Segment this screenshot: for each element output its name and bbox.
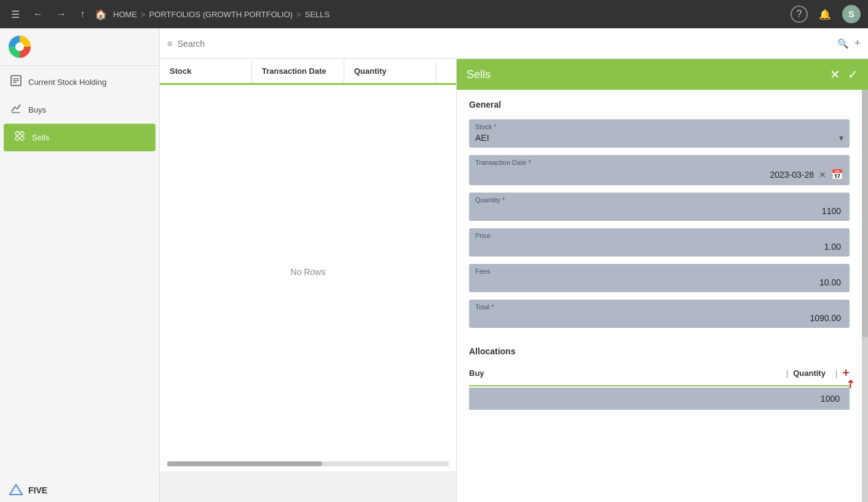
hamburger-icon: ☰ — [11, 9, 20, 20]
stock-label: Stock * — [475, 123, 843, 130]
back-icon: ← — [33, 9, 43, 20]
allocations-section: Allocations Buy | Quantity | + ↗ — [457, 340, 862, 416]
stock-value: AEI — [475, 133, 489, 143]
add-icon: + — [854, 37, 861, 49]
stock-field: Stock * AEI ▾ — [469, 119, 850, 148]
breadcrumb-sells[interactable]: SELLS — [305, 10, 329, 19]
back-button[interactable]: ← — [30, 6, 47, 22]
allocations-add-button[interactable]: + ↗ — [842, 366, 850, 380]
search-input[interactable] — [178, 39, 833, 49]
general-section: General Stock * AEI ▾ — [457, 90, 862, 340]
alloc-qty-divider: | — [835, 369, 837, 378]
alloc-col-divider: | — [786, 369, 788, 378]
horizontal-scrollbar[interactable] — [167, 461, 449, 466]
col-quantity: Quantity — [344, 59, 436, 83]
sells-panel-scrollbar[interactable] — [862, 90, 868, 502]
table-header: Stock Transaction Date Quantity — [160, 59, 456, 85]
sells-save-button[interactable]: ✓ — [848, 67, 858, 82]
col-extra — [436, 59, 456, 83]
allocations-header: Buy | Quantity | + ↗ — [469, 361, 850, 386]
sidebar-footer: FIVE — [0, 479, 159, 502]
stock-field-container[interactable]: Stock * AEI ▾ — [469, 119, 850, 148]
alloc-qty-col-header: Quantity — [793, 369, 831, 378]
quantity-value: 1100 — [475, 206, 843, 216]
search-button[interactable]: 🔍 — [837, 38, 849, 49]
sidebar-item-sells[interactable]: Sells — [4, 124, 156, 151]
alloc-row-quantity: 1000 — [821, 394, 845, 404]
sells-panel-inner: General Stock * AEI ▾ — [457, 90, 868, 502]
svg-point-7 — [15, 132, 19, 135]
breadcrumb-home[interactable]: HOME — [113, 10, 137, 19]
topbar: ☰ ← → ↑ 🏠 HOME > PORTFOLIOS (GROWTH PORT… — [0, 0, 868, 28]
svg-point-9 — [15, 137, 19, 140]
notifications-button[interactable]: 🔔 — [815, 6, 835, 23]
sidebar-item-current-stock[interactable]: Current Stock Holding — [0, 68, 159, 96]
app-logo — [7, 34, 32, 59]
total-field-container[interactable]: Total * 1090.00 — [469, 300, 850, 328]
up-button[interactable]: ↑ — [76, 6, 89, 22]
fees-field: Fees 10.00 — [469, 264, 850, 292]
sidebar-item-label-buys: Buys — [28, 105, 46, 114]
sidebar-item-buys[interactable]: Buys — [0, 96, 159, 124]
five-logo: FIVE — [7, 484, 152, 497]
total-label: Total * — [475, 303, 843, 311]
five-logo-icon — [7, 484, 25, 497]
main-layout: Current Stock Holding Buys Sells FIV — [0, 28, 868, 502]
no-rows-message: No Rows — [160, 85, 456, 459]
date-field-container[interactable]: Transaction Date * 2023-03-28 ✕ 📅 — [469, 155, 850, 185]
check-icon: ✓ — [848, 68, 858, 81]
total-value: 1090.00 — [475, 313, 843, 323]
sells-panel: Sells ✕ ✓ General — [456, 59, 868, 502]
sells-form-content: General Stock * AEI ▾ — [457, 90, 862, 502]
price-value: 1.00 — [475, 242, 843, 252]
help-button[interactable]: ? — [791, 6, 808, 23]
current-stock-icon — [10, 74, 22, 90]
transaction-date-label: Transaction Date * — [475, 159, 843, 166]
price-field: Price 1.00 — [469, 228, 850, 257]
col-transaction-date: Transaction Date — [252, 59, 344, 83]
quantity-label: Quantity * — [475, 196, 843, 204]
search-icon: 🔍 — [837, 38, 849, 49]
sidebar: Current Stock Holding Buys Sells FIV — [0, 28, 160, 502]
svg-point-8 — [20, 132, 24, 135]
date-clear-button[interactable]: ✕ — [819, 170, 826, 180]
quantity-field: Quantity * 1100 — [469, 193, 850, 221]
breadcrumb-portfolios[interactable]: PORTFOLIOS (GROWTH PORTFOLIO) — [149, 10, 293, 19]
sells-close-button[interactable]: ✕ — [830, 67, 840, 82]
sells-icon — [14, 130, 26, 145]
date-calendar-button[interactable]: 📅 — [831, 169, 843, 180]
allocations-title: Allocations — [469, 340, 850, 361]
general-section-title: General — [469, 100, 850, 110]
buys-icon — [10, 102, 22, 118]
topbar-right: ? 🔔 S — [791, 5, 861, 23]
forward-button[interactable]: → — [53, 6, 70, 22]
breadcrumb: 🏠 HOME > PORTFOLIOS (GROWTH PORTFOLIO) >… — [95, 9, 784, 20]
sells-panel-title: Sells — [467, 68, 491, 81]
dropdown-arrow-icon: ▾ — [839, 133, 843, 143]
up-icon: ↑ — [80, 9, 85, 20]
price-field-container[interactable]: Price 1.00 — [469, 228, 850, 257]
sidebar-nav: Current Stock Holding Buys Sells — [0, 66, 159, 479]
search-bar: ≡ 🔍 + — [160, 28, 868, 59]
scrollbar-thumb — [167, 461, 322, 466]
help-icon: ? — [797, 9, 802, 20]
menu-button[interactable]: ☰ — [7, 6, 23, 23]
sidebar-item-label-current-stock: Current Stock Holding — [28, 78, 106, 87]
avatar[interactable]: S — [842, 5, 861, 23]
five-logo-text: FIVE — [28, 485, 47, 495]
quantity-field-container[interactable]: Quantity * 1100 — [469, 193, 850, 221]
svg-marker-11 — [10, 485, 22, 495]
fees-label: Fees — [475, 268, 843, 275]
transaction-date-field: Transaction Date * 2023-03-28 ✕ 📅 — [469, 155, 850, 185]
home-icon: 🏠 — [95, 9, 107, 20]
svg-point-10 — [20, 137, 24, 140]
table-area: Stock Transaction Date Quantity No Rows — [160, 59, 456, 502]
transaction-date-value: 2023-03-28 — [770, 170, 814, 180]
forward-icon: → — [57, 9, 66, 20]
add-record-button[interactable]: + — [854, 37, 861, 50]
sidebar-logo — [0, 28, 159, 66]
sells-scrollbar-thumb — [862, 90, 868, 337]
alloc-buy-col-header: Buy — [469, 369, 781, 378]
fees-field-container[interactable]: Fees 10.00 — [469, 264, 850, 292]
filter-icon: ≡ — [167, 38, 173, 49]
